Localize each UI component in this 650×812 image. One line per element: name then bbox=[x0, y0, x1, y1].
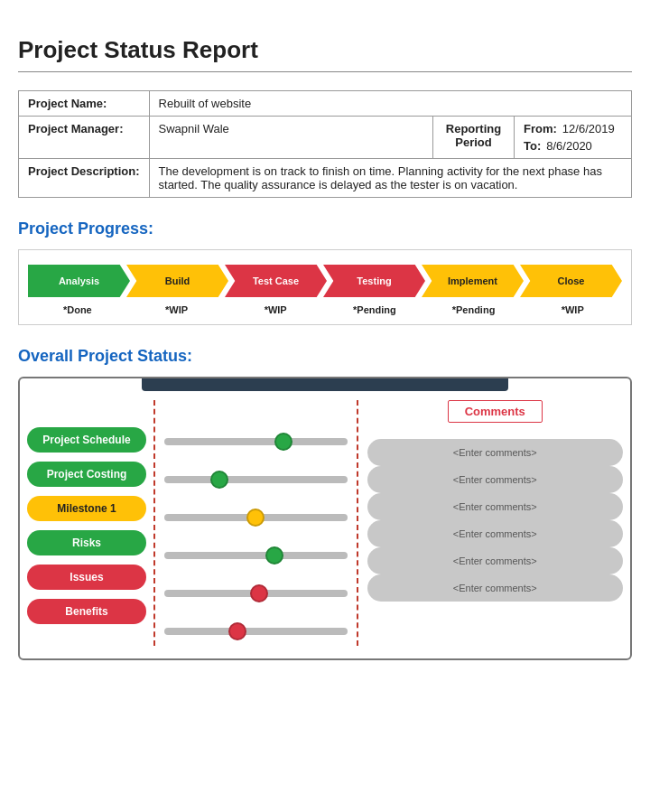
arrow-close: Close bbox=[520, 265, 622, 297]
arrow-analysis: Analysis bbox=[28, 265, 130, 297]
report-title: Project Status Report bbox=[18, 36, 632, 64]
slider-track-5[interactable] bbox=[164, 617, 348, 646]
status-5: *WIP bbox=[523, 304, 622, 315]
comment-field-0[interactable]: <Enter comments> bbox=[367, 439, 624, 466]
col-labels: Project ScheduleProject CostingMilestone… bbox=[27, 400, 153, 646]
track-dot-5 bbox=[228, 622, 246, 640]
comments-header: Comments bbox=[367, 400, 624, 423]
overall-body: Project ScheduleProject CostingMilestone… bbox=[20, 391, 630, 658]
project-name-label: Project Name: bbox=[19, 91, 150, 117]
track-bg-4 bbox=[164, 590, 348, 597]
track-bg-2 bbox=[164, 514, 348, 521]
status-label-2: Milestone 1 bbox=[27, 496, 146, 521]
overall-title: Overall Project Status: bbox=[18, 347, 632, 366]
col-comments: Comments <Enter comments><Enter comments… bbox=[357, 400, 624, 646]
arrows-row: AnalysisBuildTest CaseTestingImplementCl… bbox=[28, 265, 622, 297]
overall-box: Project ScheduleProject CostingMilestone… bbox=[18, 377, 632, 660]
arrow-testing: Testing bbox=[323, 265, 425, 297]
comment-field-4[interactable]: <Enter comments> bbox=[367, 547, 624, 574]
arrow-implement: Implement bbox=[422, 265, 524, 297]
manager-value: Swapnil Wale bbox=[149, 117, 432, 159]
status-label-4: Issues bbox=[27, 565, 146, 590]
manager-row: Project Manager: Swapnil Wale Reporting … bbox=[19, 117, 632, 159]
status-label-0: Project Schedule bbox=[27, 427, 146, 453]
arrow-build: Build bbox=[126, 265, 228, 297]
status-4: *Pending bbox=[424, 304, 524, 315]
status-label-3: Risks bbox=[27, 530, 146, 555]
status-0: *Done bbox=[28, 304, 127, 315]
track-dot-2 bbox=[246, 509, 265, 527]
slider-track-4[interactable] bbox=[164, 579, 348, 608]
description-label: Project Description: bbox=[19, 159, 150, 198]
progress-title: Project Progress: bbox=[18, 219, 632, 238]
reporting-period-label: Reporting Period bbox=[433, 117, 515, 159]
track-dot-0 bbox=[274, 433, 292, 451]
header-strip bbox=[142, 378, 508, 391]
track-bg-0 bbox=[164, 438, 348, 445]
description-row: Project Description: The development is … bbox=[19, 159, 632, 198]
status-row: *Done*WIP*WIP*Pending*Pending*WIP bbox=[28, 304, 622, 315]
comment-field-3[interactable]: <Enter comments> bbox=[367, 520, 624, 547]
from-value: 12/6/2019 bbox=[562, 122, 615, 135]
comments-label: Comments bbox=[448, 400, 543, 423]
track-dot-4 bbox=[250, 584, 268, 602]
project-name-value: Rebuilt of website bbox=[149, 91, 631, 117]
description-value: The development is on track to finish on… bbox=[149, 159, 631, 198]
comment-field-5[interactable]: <Enter comments> bbox=[367, 574, 624, 602]
track-bg-5 bbox=[164, 628, 348, 635]
status-2: *WIP bbox=[226, 304, 325, 315]
slider-track-3[interactable] bbox=[164, 541, 348, 570]
track-dot-1 bbox=[210, 471, 228, 489]
arrow-test-case: Test Case bbox=[225, 265, 327, 297]
comment-field-1[interactable]: <Enter comments> bbox=[367, 466, 624, 493]
status-3: *Pending bbox=[325, 304, 424, 315]
slider-track-1[interactable] bbox=[164, 465, 348, 494]
page-container: Project Status Report Project Name: Rebu… bbox=[18, 36, 632, 660]
status-label-1: Project Costing bbox=[27, 462, 146, 487]
title-divider bbox=[18, 71, 632, 72]
project-name-row: Project Name: Rebuilt of website bbox=[19, 91, 632, 117]
manager-label: Project Manager: bbox=[19, 117, 150, 159]
to-value: 8/6/2020 bbox=[546, 139, 592, 153]
status-1: *WIP bbox=[127, 304, 227, 315]
comment-field-2[interactable]: <Enter comments> bbox=[367, 493, 624, 520]
to-label: To: bbox=[524, 139, 541, 153]
slider-track-2[interactable] bbox=[164, 503, 348, 532]
from-label: From: bbox=[524, 122, 557, 135]
info-table: Project Name: Rebuilt of website Project… bbox=[18, 90, 632, 198]
track-bg-3 bbox=[164, 552, 348, 559]
reporting-period-dates: From: 12/6/2019 To: 8/6/2020 bbox=[515, 117, 632, 159]
status-label-5: Benefits bbox=[27, 599, 146, 624]
track-bg-1 bbox=[164, 476, 348, 483]
col-sliders bbox=[153, 400, 357, 646]
track-dot-3 bbox=[265, 546, 283, 565]
slider-track-0[interactable] bbox=[164, 427, 348, 456]
pipeline-container: AnalysisBuildTest CaseTestingImplementCl… bbox=[18, 249, 632, 325]
